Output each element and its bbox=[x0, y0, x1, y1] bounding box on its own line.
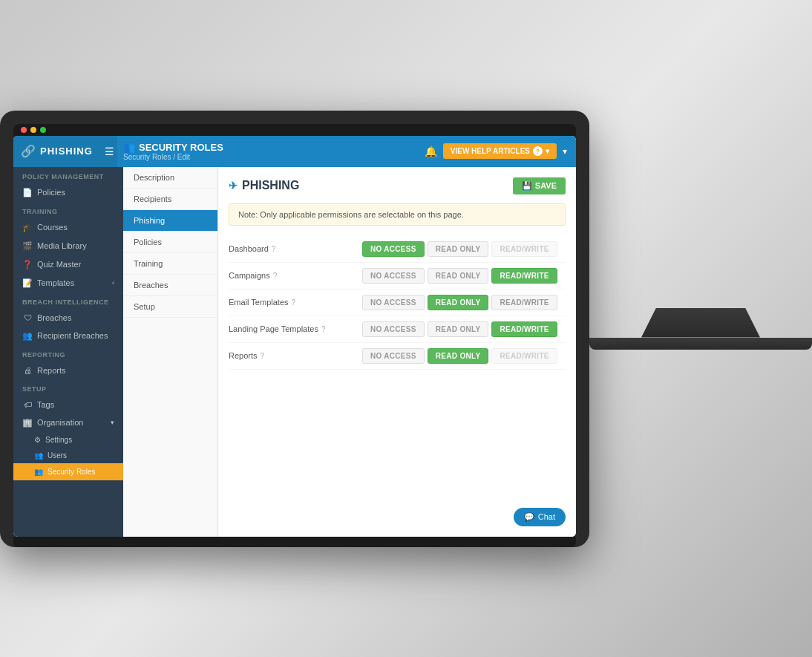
landing-page-no-access-button[interactable]: NO ACCESS bbox=[362, 321, 425, 337]
monitor-bezel bbox=[13, 124, 576, 136]
campaigns-read-only-button[interactable]: READ ONLY bbox=[428, 268, 489, 284]
users-icon: 👥 bbox=[34, 451, 43, 460]
reports-help-icon[interactable]: ? bbox=[261, 352, 265, 360]
sidebar-subitem-settings[interactable]: ⚙ Settings bbox=[13, 432, 123, 448]
tags-icon: 🏷 bbox=[22, 400, 33, 409]
permission-row-campaigns: Campaigns ? NO ACCESS READ ONLY READ/WRI… bbox=[229, 263, 566, 290]
organisation-icon: 🏢 bbox=[22, 418, 33, 428]
minimize-button[interactable] bbox=[30, 127, 36, 133]
sidebar-section-policy: POLICY MANAGEMENT bbox=[13, 167, 123, 183]
nav-item-recipients[interactable]: Recipients bbox=[123, 189, 217, 210]
email-templates-help-icon[interactable]: ? bbox=[292, 298, 296, 307]
maximize-button[interactable] bbox=[40, 127, 46, 133]
templates-icon: 📝 bbox=[22, 278, 33, 288]
reports-buttons: NO ACCESS READ ONLY READ/WRITE bbox=[362, 348, 557, 364]
topbar-right: 🔔 VIEW HELP ARTICLES ? ▾ ▾ bbox=[425, 143, 567, 159]
sidebar-item-templates[interactable]: 📝 Templates ‹ bbox=[13, 274, 123, 292]
nav-item-setup[interactable]: Setup bbox=[123, 296, 217, 318]
sidebar-item-organisation[interactable]: 🏢 Organisation ▾ bbox=[13, 414, 123, 432]
logo-text: PHISHING bbox=[40, 146, 93, 157]
permission-row-email-templates: Email Templates ? NO ACCESS READ ONLY RE… bbox=[229, 290, 566, 316]
save-icon: 💾 bbox=[522, 181, 532, 191]
help-articles-button[interactable]: VIEW HELP ARTICLES ? ▾ bbox=[443, 143, 557, 159]
email-templates-buttons: NO ACCESS READ ONLY READ/WRITE bbox=[362, 295, 557, 310]
sidebar-subitem-security-roles[interactable]: 👥 Security Roles bbox=[13, 463, 123, 480]
sidebar-section-breach: BREACH INTELLIGENCE bbox=[13, 292, 123, 309]
monitor-base bbox=[589, 338, 812, 350]
email-templates-no-access-button[interactable]: NO ACCESS bbox=[362, 295, 425, 310]
permission-label-campaigns: Campaigns ? bbox=[229, 271, 362, 280]
page-title: 👥 SECURITY ROLES bbox=[123, 142, 223, 153]
sidebar-section-reporting: REPORTING bbox=[13, 345, 123, 362]
monitor-bottom-bezel bbox=[13, 537, 576, 547]
user-dropdown-icon[interactable]: ▾ bbox=[563, 146, 567, 157]
topbar: 🔗 PHISHING ☰ 👥 SECURITY ROLES Security R… bbox=[13, 136, 576, 167]
nav-item-description[interactable]: Description bbox=[123, 167, 217, 189]
quiz-master-icon: ❓ bbox=[22, 260, 33, 269]
sidebar-subitem-users[interactable]: 👥 Users bbox=[13, 448, 123, 463]
dashboard-read-write-button: READ/WRITE bbox=[491, 241, 557, 257]
nav-item-phishing[interactable]: Phishing bbox=[123, 210, 217, 232]
dashboard-help-icon[interactable]: ? bbox=[272, 245, 276, 253]
permission-row-landing-page-templates: Landing Page Templates ? NO ACCESS READ … bbox=[229, 316, 566, 343]
nav-item-training[interactable]: Training bbox=[123, 253, 217, 275]
sidebar-item-tags[interactable]: 🏷 Tags bbox=[13, 396, 123, 414]
permission-row-reports: Reports ? NO ACCESS READ ONLY READ/WRITE bbox=[229, 343, 566, 370]
permission-label-dashboard: Dashboard ? bbox=[229, 244, 362, 253]
nav-item-breaches[interactable]: Breaches bbox=[123, 275, 217, 296]
note-box: Note: Only applicable permissions are se… bbox=[229, 203, 566, 226]
sidebar: POLICY MANAGEMENT 📄 Policies TRAINING 🎓 … bbox=[13, 167, 123, 537]
settings-icon: ⚙ bbox=[34, 436, 41, 444]
email-templates-read-only-button[interactable]: READ ONLY bbox=[428, 295, 489, 310]
courses-icon: 🎓 bbox=[22, 223, 33, 232]
dashboard-buttons: NO ACCESS READ ONLY READ/WRITE bbox=[362, 241, 557, 257]
security-roles-icon: 👥 bbox=[123, 142, 135, 153]
media-library-icon: 🎬 bbox=[22, 241, 33, 251]
notification-bell-icon[interactable]: 🔔 bbox=[425, 146, 437, 157]
landing-page-read-only-button[interactable]: READ ONLY bbox=[428, 321, 489, 337]
campaigns-help-icon[interactable]: ? bbox=[273, 272, 278, 280]
reports-no-access-button[interactable]: NO ACCESS bbox=[362, 348, 425, 364]
permission-row-dashboard: Dashboard ? NO ACCESS READ ONLY READ/WRI… bbox=[229, 236, 566, 263]
logo-area: 🔗 PHISHING ☰ bbox=[13, 136, 117, 167]
reports-read-write-button: READ/WRITE bbox=[491, 348, 557, 364]
landing-page-help-icon[interactable]: ? bbox=[321, 325, 326, 333]
content-area: Description Recipients Phishing Policies… bbox=[123, 167, 576, 537]
logo-icon: 🔗 bbox=[21, 144, 36, 158]
sidebar-section-setup: SETUP bbox=[13, 379, 123, 396]
sidebar-item-courses[interactable]: 🎓 Courses bbox=[13, 218, 123, 237]
close-button[interactable] bbox=[21, 127, 27, 133]
chat-icon: 💬 bbox=[524, 512, 534, 522]
organisation-chevron-icon: ▾ bbox=[111, 419, 114, 426]
security-roles-nav-icon: 👥 bbox=[34, 468, 43, 476]
recipient-breaches-icon: 👥 bbox=[22, 331, 33, 341]
landing-page-buttons: NO ACCESS READ ONLY READ/WRITE bbox=[362, 321, 557, 337]
reports-read-only-button[interactable]: READ ONLY bbox=[428, 348, 489, 364]
sidebar-item-policies[interactable]: 📄 Policies bbox=[13, 183, 123, 202]
section-title: ✈ PHISHING bbox=[229, 179, 299, 192]
dashboard-read-only-button[interactable]: READ ONLY bbox=[428, 241, 489, 257]
sidebar-item-media-library[interactable]: 🎬 Media Library bbox=[13, 237, 123, 255]
sidebar-section-training: TRAINING bbox=[13, 202, 123, 218]
chat-button[interactable]: 💬 Chat bbox=[514, 508, 566, 526]
policies-icon: 📄 bbox=[22, 188, 33, 197]
save-button[interactable]: 💾 SAVE bbox=[513, 177, 566, 195]
sidebar-item-breaches[interactable]: 🛡 Breaches bbox=[13, 309, 123, 327]
sidebar-item-reports[interactable]: 🖨 Reports bbox=[13, 362, 123, 379]
sidebar-item-quiz-master[interactable]: ❓ Quiz Master bbox=[13, 255, 123, 274]
campaigns-read-write-button[interactable]: READ/WRITE bbox=[491, 268, 557, 284]
campaigns-buttons: NO ACCESS READ ONLY READ/WRITE bbox=[362, 268, 557, 284]
nav-item-policies[interactable]: Policies bbox=[123, 232, 217, 253]
permission-label-landing-page-templates: Landing Page Templates ? bbox=[229, 324, 362, 333]
permission-label-reports: Reports ? bbox=[229, 351, 362, 360]
campaigns-no-access-button[interactable]: NO ACCESS bbox=[362, 268, 425, 284]
monitor-stand bbox=[626, 308, 775, 338]
email-templates-read-write-button[interactable]: READ/WRITE bbox=[491, 295, 557, 310]
breaches-icon: 🛡 bbox=[22, 313, 33, 322]
left-nav: Description Recipients Phishing Policies… bbox=[123, 167, 218, 537]
help-dropdown-icon[interactable]: ▾ bbox=[546, 147, 549, 155]
sidebar-item-recipient-breaches[interactable]: 👥 Recipient Breaches bbox=[13, 327, 123, 345]
main-content: ✈ PHISHING 💾 SAVE Note: Only applicable … bbox=[218, 167, 576, 537]
dashboard-no-access-button[interactable]: NO ACCESS bbox=[362, 241, 425, 257]
landing-page-read-write-button[interactable]: READ/WRITE bbox=[491, 321, 557, 337]
